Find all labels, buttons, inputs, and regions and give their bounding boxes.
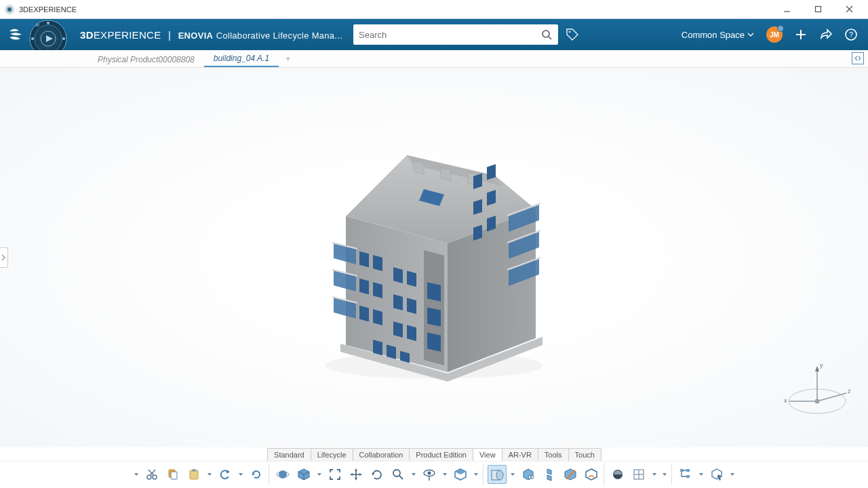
help-icon[interactable]: ?: [845, 28, 857, 41]
workspace-dropdown[interactable]: Common Space: [682, 30, 754, 40]
svg-rect-33: [373, 255, 382, 271]
zoom-dropdown[interactable]: [410, 465, 418, 484]
undo-button[interactable]: [216, 465, 235, 484]
cube-view-button[interactable]: [294, 465, 313, 484]
brand-separator: |: [168, 29, 171, 41]
svg-point-99: [393, 470, 400, 476]
svg-rect-49: [427, 307, 441, 326]
svg-point-10: [47, 22, 50, 24]
brand-rest: EXPERIENCE: [94, 29, 161, 41]
tag-icon[interactable]: [565, 27, 580, 42]
window-close-button[interactable]: [840, 3, 859, 16]
avatar-initials: JM: [770, 31, 779, 39]
toolbar-tab-lifecycle[interactable]: Lifecycle: [311, 448, 353, 461]
svg-rect-121: [686, 469, 690, 472]
svg-marker-97: [359, 473, 362, 476]
refresh-button[interactable]: [247, 465, 266, 484]
gizmo-y-label: y: [820, 362, 823, 369]
explode-button[interactable]: [540, 465, 559, 484]
fit-all-button[interactable]: [326, 465, 344, 484]
window-maximize-button[interactable]: [808, 3, 827, 16]
select-cube-button[interactable]: [707, 465, 726, 484]
show-hide-button[interactable]: [519, 465, 538, 484]
svg-rect-34: [393, 267, 403, 283]
document-tabbar: Physical Product00008808 building_04 A.1…: [0, 50, 868, 68]
user-avatar[interactable]: JM: [766, 26, 783, 43]
look-at-button[interactable]: [420, 465, 439, 484]
svg-rect-35: [407, 270, 416, 287]
tab-building-04[interactable]: building_04 A.1: [204, 50, 279, 67]
copy-button[interactable]: [163, 465, 182, 484]
svg-marker-98: [372, 473, 374, 476]
select-dropdown[interactable]: [728, 465, 736, 484]
iso-dropdown[interactable]: [472, 465, 480, 484]
iso-view-button[interactable]: [451, 465, 470, 484]
plus-icon[interactable]: [795, 28, 807, 41]
toolbar-tab-standard[interactable]: Standard: [267, 448, 311, 461]
svg-marker-94: [355, 468, 357, 471]
svg-rect-40: [359, 306, 369, 322]
toolbar-tab-touch[interactable]: Touch: [568, 448, 601, 461]
svg-text:3D: 3D: [35, 23, 40, 27]
svg-rect-39: [407, 298, 416, 314]
search-input[interactable]: [359, 30, 541, 40]
svg-marker-95: [355, 478, 357, 481]
svg-rect-36: [359, 279, 369, 295]
toolbar-tab-tools[interactable]: Tools: [538, 448, 569, 461]
svg-rect-122: [686, 475, 690, 478]
rotate-button[interactable]: [368, 465, 387, 484]
bottom-toolbar: [0, 461, 868, 487]
tree-button[interactable]: [676, 465, 695, 484]
svg-line-17: [549, 37, 551, 39]
toolbar-tab-collaboration[interactable]: Collaboration: [353, 448, 410, 461]
measure-button[interactable]: [582, 465, 601, 484]
axis-gizmo[interactable]: y x z: [780, 359, 854, 434]
toolbar-tab-ar-vr[interactable]: AR-VR: [502, 448, 538, 461]
toolbar-dropdown-1[interactable]: [132, 465, 140, 484]
extra-dropdown[interactable]: [660, 465, 669, 484]
window-titlebar: 3DEXPERIENCE: [0, 0, 868, 19]
tree-dropdown[interactable]: [697, 465, 705, 484]
orbit-button[interactable]: [273, 465, 292, 484]
section-button[interactable]: [561, 465, 580, 484]
paste-dropdown[interactable]: [205, 465, 214, 484]
collapse-panel-button[interactable]: [852, 52, 864, 64]
svg-rect-37: [373, 282, 382, 298]
search-icon[interactable]: [541, 29, 553, 41]
svg-point-13: [31, 37, 34, 40]
toolbar-tab-product-edition[interactable]: Product Edition: [409, 448, 473, 461]
side-panel-expand-button[interactable]: [0, 247, 8, 268]
tab-add-button[interactable]: +: [279, 50, 298, 67]
svg-marker-96: [350, 473, 353, 476]
cut-button[interactable]: [142, 465, 161, 484]
grid-dropdown[interactable]: [650, 465, 658, 484]
svg-rect-32: [359, 251, 369, 268]
zoom-button[interactable]: [389, 465, 408, 484]
pan-button[interactable]: [347, 465, 366, 484]
render-shaded-button[interactable]: [488, 465, 507, 484]
app-name: ENOVIA: [178, 30, 214, 41]
undo-dropdown[interactable]: [237, 465, 245, 484]
lookat-dropdown[interactable]: [441, 465, 449, 484]
svg-marker-112: [547, 475, 551, 481]
brand-text: 3DEXPERIENCE | ENOVIA Collaborative Life…: [80, 29, 342, 41]
svg-line-100: [399, 476, 403, 479]
paste-button[interactable]: [184, 465, 203, 484]
svg-rect-83: [192, 469, 196, 472]
search-box[interactable]: [353, 24, 558, 45]
3d-viewport[interactable]: y x z: [0, 68, 868, 447]
svg-point-16: [542, 30, 549, 37]
ambience-button[interactable]: [608, 465, 627, 484]
toolbar-tab-view[interactable]: View: [473, 448, 502, 461]
render-dropdown[interactable]: [509, 465, 517, 484]
tab-physical-product[interactable]: Physical Product00008808: [88, 52, 204, 67]
svg-point-102: [427, 471, 431, 474]
app-subtitle: Collaborative Lifecycle Mana...: [216, 30, 342, 41]
window-minimize-button[interactable]: [777, 3, 796, 16]
share-icon[interactable]: [819, 28, 833, 41]
cube-dropdown[interactable]: [315, 465, 323, 484]
grid-button[interactable]: [629, 465, 648, 484]
svg-rect-41: [373, 309, 382, 325]
svg-rect-50: [427, 332, 441, 351]
svg-marker-74: [815, 366, 819, 371]
